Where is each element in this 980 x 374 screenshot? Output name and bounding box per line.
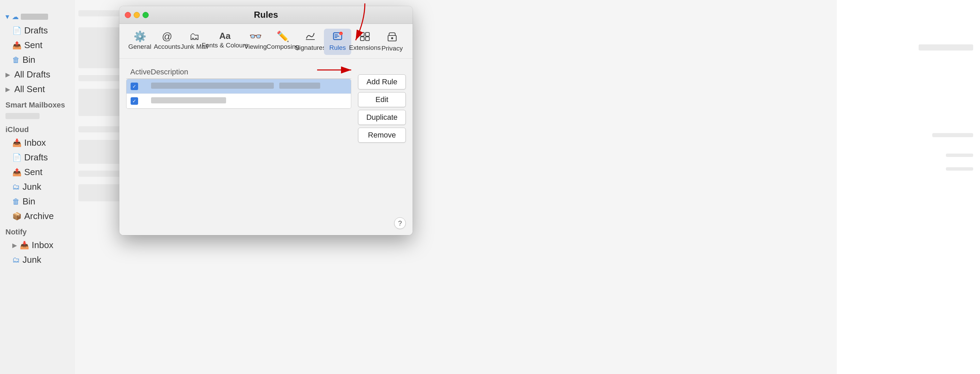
tab-general[interactable]: ⚙️ General — [126, 29, 153, 55]
minimize-button[interactable] — [134, 12, 140, 18]
expand-icon-inbox: ▶ — [12, 241, 17, 249]
checkbox-col: ✓ — [130, 83, 151, 90]
sidebar-item-label: Junk — [22, 254, 41, 265]
rule-checkbox-2[interactable]: ✓ — [130, 97, 138, 105]
tab-rules[interactable]: ! Rules — [324, 29, 351, 55]
sidebar-item-bin-top[interactable]: 🗑 Bin — [0, 53, 75, 67]
tab-extensions[interactable]: Extensions — [351, 29, 379, 55]
sidebar-item-all-sent[interactable]: ▶ All Sent — [0, 82, 75, 97]
tab-accounts[interactable]: @ Accounts — [153, 29, 181, 55]
add-rule-button[interactable]: Add Rule — [358, 74, 406, 90]
tab-composing[interactable]: ✏️ Composing — [269, 29, 297, 55]
drafts-icon: 📄 — [12, 26, 21, 35]
action-buttons: Add Rule Edit Duplicate Remove — [358, 74, 406, 143]
notify-section: Notify — [0, 224, 75, 238]
inbox-icon: 📥 — [12, 139, 21, 147]
privacy-icon — [387, 31, 397, 43]
tab-label: Extensions — [349, 44, 381, 51]
svg-point-8 — [391, 37, 393, 39]
titlebar: Rules — [119, 6, 413, 24]
sent-icon: 📤 — [12, 41, 21, 50]
edit-button[interactable]: Edit — [358, 92, 406, 107]
tray-icon: 🗂 — [189, 31, 199, 42]
archive-icon: 📦 — [12, 212, 21, 221]
sidebar-item-all-drafts[interactable]: ▶ All Drafts — [0, 67, 75, 82]
aa-icon: Aa — [219, 31, 231, 40]
svg-rect-6 — [360, 37, 364, 41]
sidebar-item-label: All Drafts — [14, 69, 50, 80]
sidebar-item-inbox[interactable]: 📥 Inbox — [0, 136, 75, 150]
sidebar-item-junk[interactable]: 🗂 Junk — [0, 179, 75, 194]
sidebar-item-drafts[interactable]: 📄 Drafts — [0, 150, 75, 165]
inbox-icon: 📥 — [20, 241, 29, 250]
sidebar-item-notify-inbox[interactable]: ▶ 📥 Inbox — [0, 238, 75, 253]
tab-signatures[interactable]: Signatures — [297, 29, 324, 55]
table-row[interactable]: ✓ — [127, 79, 351, 94]
sent-icon: 📤 — [12, 168, 21, 177]
traffic-lights — [125, 12, 149, 18]
sidebar-item-drafts-top[interactable]: 📄 Drafts — [0, 23, 75, 38]
bin-icon: 🗑 — [12, 56, 20, 64]
tab-label: Privacy — [382, 45, 403, 52]
empty-area — [126, 112, 351, 228]
sidebar-item-label: Inbox — [24, 137, 46, 148]
table-row[interactable]: ✓ — [127, 94, 351, 109]
remove-button[interactable]: Remove — [358, 128, 406, 143]
sidebar-item-label: Bin — [22, 196, 35, 207]
compose-icon: ✏️ — [277, 31, 289, 42]
tab-privacy[interactable]: Privacy — [379, 29, 406, 55]
table-header: Active Description — [126, 66, 351, 79]
col-header-active: Active — [130, 67, 151, 77]
duplicate-button[interactable]: Duplicate — [358, 110, 406, 125]
junk-icon: 🗂 — [12, 182, 20, 192]
svg-text:!: ! — [340, 33, 341, 35]
sidebar-item-archive[interactable]: 📦 Archive — [0, 209, 75, 224]
close-button[interactable] — [125, 12, 131, 18]
dialog-title: Rules — [254, 10, 278, 20]
right-panel — [837, 0, 980, 374]
rule-text-blur-3 — [151, 97, 226, 103]
rule-description-1 — [151, 82, 347, 91]
rules-icon: ! — [332, 31, 343, 43]
right-blur-2 — [932, 133, 973, 137]
icloud-icon: ☁ — [12, 13, 19, 21]
drafts-icon: 📄 — [12, 153, 21, 162]
svg-rect-5 — [366, 32, 369, 36]
extensions-icon — [360, 31, 370, 43]
gear-icon: ⚙️ — [134, 31, 146, 42]
tab-label: Signatures — [295, 44, 326, 51]
tab-label: Rules — [329, 44, 346, 51]
tab-fonts-colours[interactable]: Aa Fonts & Colours — [208, 29, 242, 55]
sidebar-item-icloud[interactable]: ▾ ☁ — [0, 10, 75, 23]
sidebar-item-label: Inbox — [32, 240, 54, 251]
sidebar-item-sent-top[interactable]: 📤 Sent — [0, 38, 75, 53]
svg-rect-7 — [366, 37, 369, 41]
right-blur-3 — [946, 153, 973, 157]
smart-mailbox-blurred — [0, 111, 75, 121]
help-button[interactable]: ? — [394, 217, 406, 229]
chevron-down-icon: ▾ — [5, 12, 9, 21]
right-blur-4 — [946, 167, 973, 171]
sidebar-item-sent[interactable]: 📤 Sent — [0, 165, 75, 179]
glasses-icon: 👓 — [249, 31, 262, 42]
col-header-description: Description — [151, 67, 347, 77]
sidebar-item-bin[interactable]: 🗑 Bin — [0, 194, 75, 209]
junk-icon: 🗂 — [12, 256, 20, 264]
rule-text-blur — [151, 83, 274, 89]
rule-checkbox-1[interactable]: ✓ — [130, 83, 138, 90]
tab-label: General — [128, 43, 151, 51]
tab-viewing[interactable]: 👓 Viewing — [242, 29, 269, 55]
expand-icon: ▶ — [5, 71, 10, 78]
sidebar-item-notify-junk[interactable]: 🗂 Junk — [0, 253, 75, 267]
tab-label: Viewing — [244, 43, 267, 51]
maximize-button[interactable] — [143, 12, 149, 18]
sidebar-item-label: Junk — [22, 182, 41, 192]
svg-rect-4 — [360, 32, 364, 36]
signatures-icon — [305, 31, 315, 43]
rule-description-2 — [151, 97, 347, 105]
icloud-section: iCloud — [0, 121, 75, 136]
rules-table: ✓ ✓ — [126, 79, 351, 109]
bin-icon: 🗑 — [12, 197, 20, 206]
right-blur-1 — [919, 44, 973, 51]
sidebar-item-label: Bin — [22, 54, 35, 65]
